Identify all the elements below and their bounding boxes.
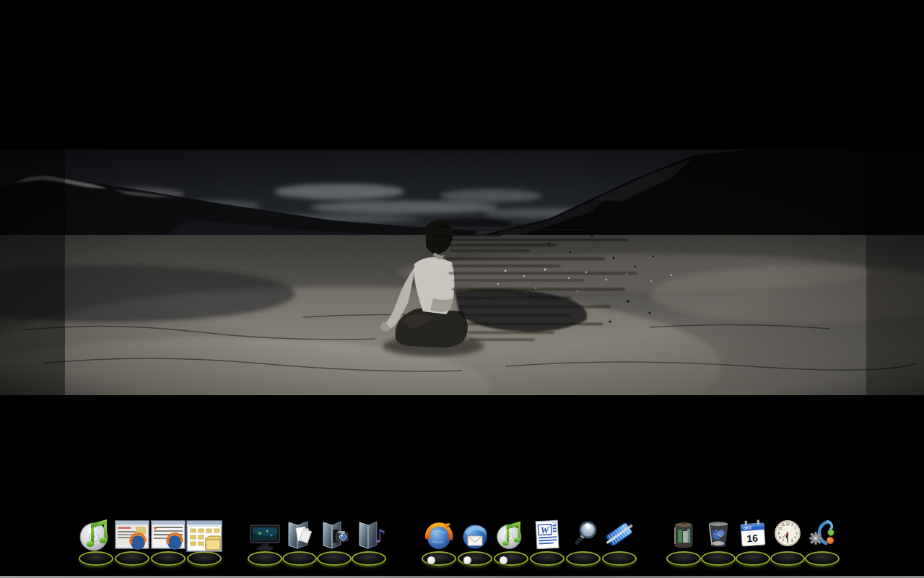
svg-text:12: 12 [785, 522, 790, 526]
dock: ♪ [0, 509, 924, 578]
svg-text:4: 4 [794, 536, 796, 540]
firefox-icon [422, 519, 456, 553]
dock-shelf [352, 551, 386, 566]
desktop: ♪ [0, 0, 924, 578]
running-indicator [500, 556, 507, 564]
dock-item-firefox[interactable] [421, 515, 457, 569]
svg-text:1: 1 [791, 523, 793, 527]
window-thumbnail-icon [150, 519, 186, 554]
dock-group-places: ♪ [248, 515, 386, 569]
svg-text:5: 5 [791, 539, 793, 543]
dock-item-calendar[interactable]: OKT 16 [736, 515, 770, 569]
explorer-window-icon [186, 519, 223, 556]
svg-text:6: 6 [787, 540, 789, 544]
music-folder-icon: ♪ [352, 517, 385, 551]
dock-shelf [317, 551, 352, 566]
dock-group-applications: W [421, 515, 637, 569]
window-thumbnail-icon [114, 519, 150, 554]
dock-shelf [602, 551, 637, 566]
dock-shelf [566, 551, 601, 566]
dock-shelf [701, 551, 736, 566]
word-icon: W [531, 518, 564, 553]
dock-item-recycle-bin[interactable] [701, 515, 736, 569]
dock-group-minimized [78, 515, 222, 569]
dock-item-dock-settings[interactable] [805, 515, 840, 569]
svg-text:11: 11 [781, 523, 785, 527]
dock-item-thunderbird[interactable] [457, 515, 493, 569]
dock-shelf [805, 551, 840, 566]
documents-folder-icon [283, 517, 316, 551]
svg-text:♪: ♪ [374, 525, 385, 547]
dock-item-recycle-bin-full[interactable] [666, 515, 701, 569]
pictures-folder-icon [318, 517, 351, 551]
thunderbird-icon [458, 519, 492, 553]
dock-item-search[interactable] [565, 515, 601, 569]
itunes-icon [78, 517, 114, 554]
dock-shelf [458, 551, 492, 566]
dock-item-music[interactable]: ♪ [352, 515, 386, 569]
dock-item-clock[interactable]: 12 1 2 3 4 5 6 7 8 9 10 11 [770, 515, 805, 569]
dock-shelf [770, 551, 805, 566]
dock-item-pictures[interactable] [317, 515, 352, 569]
dock-item-media-app[interactable] [601, 515, 637, 569]
computer-icon [248, 521, 282, 554]
media-app-icon [603, 518, 636, 553]
svg-text:3: 3 [796, 532, 798, 535]
dock-settings-icon [806, 518, 838, 553]
calendar-day: 16 [746, 532, 759, 545]
dock-shelf [282, 551, 317, 566]
svg-text:9: 9 [777, 532, 780, 535]
dock-group-system: OKT 16 12 1 2 3 [666, 515, 840, 569]
itunes-icon [494, 518, 528, 553]
recycle-bin-icon [702, 518, 734, 553]
wallpaper [0, 150, 924, 395]
calendar-month: OKT [743, 525, 752, 530]
calendar-icon: OKT 16 [737, 518, 769, 553]
dock-item-itunes-window[interactable] [78, 515, 114, 569]
dock-item-documents[interactable] [282, 515, 317, 569]
svg-text:2: 2 [794, 527, 796, 530]
dock-item-firefox-window-1[interactable] [114, 515, 150, 569]
dock-shelf [494, 551, 528, 566]
svg-text:10: 10 [778, 527, 783, 530]
dock-item-word[interactable]: W [529, 515, 565, 569]
dock-item-computer[interactable] [248, 515, 282, 569]
recycle-bin-full-icon [668, 518, 699, 553]
search-icon [567, 518, 600, 553]
svg-text:8: 8 [779, 536, 781, 540]
dock-shelf [666, 551, 701, 566]
dock-shelf [422, 551, 456, 566]
dock-shelf [530, 551, 565, 566]
dock-item-itunes[interactable] [493, 515, 529, 569]
dock-item-firefox-window-2[interactable] [150, 515, 186, 569]
clock-icon: 12 1 2 3 4 5 6 7 8 9 10 11 [772, 518, 803, 553]
running-indicator [463, 556, 471, 564]
dock-item-explorer-window[interactable] [186, 515, 222, 569]
running-indicator [427, 556, 435, 564]
svg-text:7: 7 [783, 539, 785, 543]
dock-shelf [736, 551, 770, 566]
